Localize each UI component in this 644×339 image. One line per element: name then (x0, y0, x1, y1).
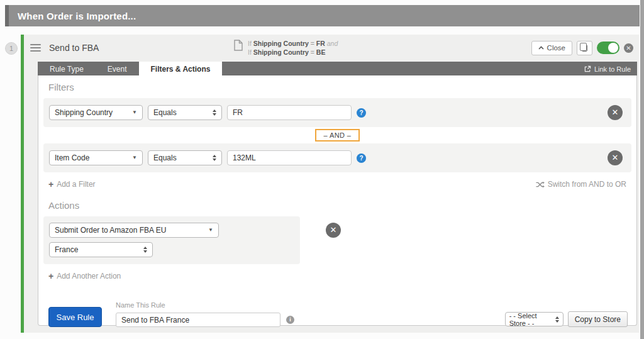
copy-to-store-button[interactable]: Copy to Store (568, 311, 628, 327)
stepper-icon (213, 109, 216, 116)
remove-filter-button[interactable]: ✕ (608, 150, 623, 165)
tab-filters-actions[interactable]: Filters & Actions (139, 62, 223, 76)
rule-enabled-toggle[interactable] (597, 42, 619, 54)
rule-card: Send to FBA If Shipping Country = FR and… (21, 35, 639, 333)
chevron-down-icon: ▼ (132, 110, 137, 115)
tab-event[interactable]: Event (96, 62, 139, 76)
action-type-select[interactable]: Submit Order to Amazon FBA EU ▼ (49, 223, 219, 238)
drag-handle-icon[interactable] (30, 44, 41, 52)
filters-heading: Filters (48, 82, 631, 92)
rule-footer: Save Rule Name This Rule i - - Select St… (48, 301, 628, 327)
chevron-down-icon: ▼ (208, 228, 213, 233)
switch-and-or-link[interactable]: Switch from AND to OR (536, 180, 626, 189)
duplicate-rule-button[interactable] (577, 41, 592, 55)
action-option-select[interactable]: France (49, 242, 153, 257)
rule-name-label: Name This Rule (116, 301, 280, 309)
stepper-icon (213, 155, 216, 161)
condition-line: If Shipping Country = FR and (248, 39, 338, 48)
store-select[interactable]: - - Select Store - - (505, 312, 564, 326)
shuffle-icon (536, 181, 545, 188)
filter-row: Item Code ▼ Equals ? ✕ (43, 143, 631, 172)
actions-heading: Actions (48, 200, 631, 211)
stepper-icon (143, 247, 147, 253)
tab-rule-type[interactable]: Rule Type (38, 62, 96, 76)
vertical-scrollbar[interactable] (640, 0, 644, 339)
plus-icon: + (48, 180, 53, 189)
plus-icon: + (48, 272, 53, 281)
document-icon (234, 40, 243, 57)
help-icon[interactable]: ? (357, 108, 366, 118)
link-to-rule-button[interactable]: Link to Rule (578, 62, 637, 76)
filter-field-select[interactable]: Shipping Country ▼ (49, 105, 143, 120)
filter-row: Shipping Country ▼ Equals ? ✕ (43, 98, 631, 127)
event-title: When Order is Imported... (9, 11, 136, 21)
external-link-icon (584, 65, 591, 72)
remove-filter-button[interactable]: ✕ (608, 105, 623, 120)
filters-actions-panel: Filters Shipping Country ▼ Equals ? ✕ – … (38, 75, 637, 326)
delete-rule-button[interactable]: ✕ (624, 43, 633, 53)
remove-action-button[interactable]: ✕ (326, 223, 341, 238)
chevron-up-icon (538, 46, 544, 50)
filter-value-input[interactable] (227, 105, 352, 120)
copy-icon (582, 45, 587, 52)
filter-field-select[interactable]: Item Code ▼ (49, 150, 143, 165)
event-header-bar: When Order is Imported... (5, 5, 640, 26)
conjunction-badge: – AND – (315, 129, 360, 142)
help-icon[interactable]: ? (357, 153, 366, 163)
condition-line: If Shipping Country = BE (248, 48, 338, 57)
filter-operator-select[interactable]: Equals (148, 105, 222, 120)
collapse-rule-button[interactable]: Close (531, 41, 572, 55)
filter-operator-select[interactable]: Equals (148, 150, 222, 165)
info-icon[interactable]: i (286, 316, 294, 324)
filter-value-input[interactable] (227, 150, 352, 165)
rule-tab-bar: Rule Type Event Filters & Actions Link t… (38, 62, 637, 76)
stepper-icon (555, 316, 559, 323)
chevron-down-icon: ▼ (132, 155, 137, 160)
save-rule-button[interactable]: Save Rule (48, 307, 102, 327)
rule-name-input[interactable] (116, 313, 280, 327)
add-filter-link[interactable]: + Add a Filter (48, 180, 96, 189)
add-action-link[interactable]: + Add Another Action (48, 272, 626, 281)
rule-conditions-summary: If Shipping Country = FR and If Shipping… (234, 39, 338, 57)
rule-header: Send to FBA If Shipping Country = FR and… (24, 35, 639, 61)
action-card: Submit Order to Amazon FBA EU ▼ France ✕ (43, 216, 300, 264)
rule-index-badge: 1 (5, 42, 18, 55)
rule-title: Send to FBA (49, 43, 99, 53)
